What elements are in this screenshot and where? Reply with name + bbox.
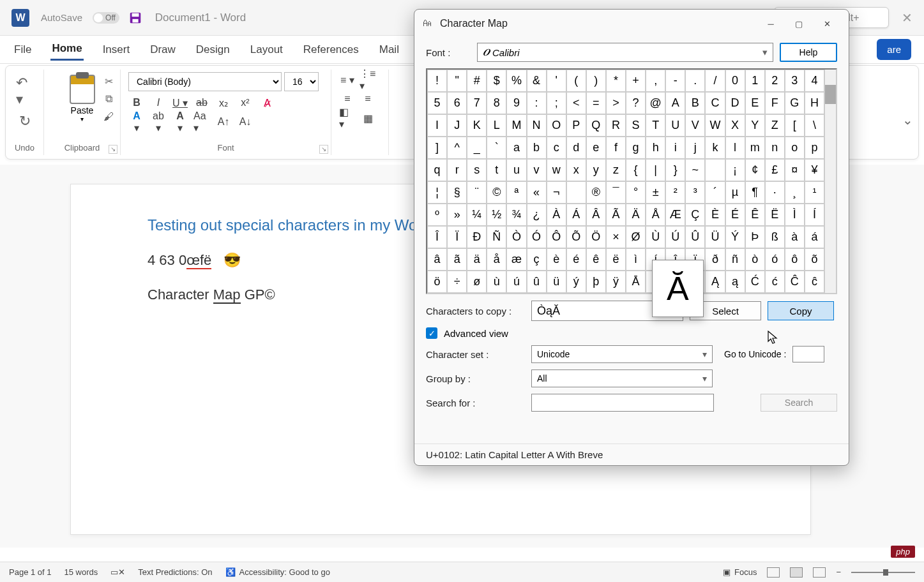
char-cell[interactable]: M [506,114,526,137]
char-cell[interactable]: u [506,159,526,181]
char-cell[interactable]: ý [566,271,586,293]
char-cell[interactable]: « [527,181,547,204]
char-cell[interactable]: K [467,114,487,137]
align-center-button[interactable]: ≡ [360,91,376,107]
char-cell[interactable]: ¼ [467,204,487,226]
grid-scrollbar[interactable] [824,70,836,293]
char-cell[interactable]: Y [745,114,765,137]
char-cell[interactable]: é [566,248,586,271]
char-cell[interactable]: Ø [626,226,646,248]
char-cell[interactable]: w [547,159,566,181]
char-cell[interactable]: ê [586,248,606,271]
char-cell[interactable]: Í [805,204,824,226]
char-cell[interactable]: $ [487,70,506,92]
char-cell[interactable]: ¯ [606,181,626,204]
char-cell[interactable]: d [566,137,586,159]
char-cell[interactable]: ö [427,271,447,293]
close-icon[interactable]: ✕ [813,14,841,33]
italic-button[interactable]: I [150,95,167,110]
char-cell[interactable]: & [527,70,547,92]
char-cell[interactable]: D [725,92,745,114]
web-layout-icon[interactable] [813,567,826,578]
char-cell[interactable]: ì [626,248,646,271]
char-cell[interactable]: t [487,159,506,181]
char-cell[interactable]: | [646,159,665,181]
char-cell[interactable]: ÿ [606,271,626,293]
char-cell[interactable]: v [527,159,547,181]
char-cell[interactable]: ´ [705,181,725,204]
char-cell[interactable]: ¸ [785,181,805,204]
char-cell[interactable]: Ê [745,204,765,226]
tab-mailings[interactable]: Mail [378,40,400,60]
char-cell[interactable]: å [487,248,506,271]
char-cell[interactable]: G [785,92,805,114]
char-cell[interactable]: q [427,159,447,181]
char-cell[interactable]: Â [586,204,606,226]
highlight-button[interactable]: ab▾ [150,114,167,130]
char-cell[interactable]: k [705,137,725,159]
char-cell[interactable]: - [665,70,685,92]
char-cell[interactable]: É [725,204,745,226]
char-cell[interactable]: / [705,70,725,92]
char-cell[interactable]: h [646,137,665,159]
char-cell[interactable]: ~ [685,159,705,181]
copy-button[interactable]: Copy [768,301,834,320]
font-dropdown[interactable]: 𝑶Calibri [477,43,773,62]
underline-button[interactable]: U ▾ [172,95,188,110]
char-cell[interactable]: ¦ [427,181,447,204]
char-cell[interactable]: ? [626,92,646,114]
font-size-select[interactable]: 16 [284,72,319,91]
char-cell[interactable]: Ì [785,204,805,226]
char-cell[interactable]: 6 [447,92,467,114]
char-cell[interactable]: z [606,159,626,181]
char-cell[interactable]: Ú [665,226,685,248]
text-effects-button[interactable]: A▾ [128,114,145,130]
char-cell[interactable]: 8 [487,92,506,114]
borders-button[interactable]: ▦ [360,110,376,126]
char-cell[interactable]: ó [765,248,785,271]
char-cell[interactable]: ø [467,271,487,293]
shading-button[interactable]: ◧ ▾ [339,110,356,126]
char-cell[interactable]: ¡ [725,159,745,181]
char-cell[interactable]: ½ [487,204,506,226]
char-cell[interactable]: H [805,92,824,114]
char-cell[interactable]: ^ [447,137,467,159]
char-cell[interactable]: Ü [705,226,725,248]
font-launcher-icon[interactable]: ↘ [319,145,328,154]
char-cell[interactable]: Ý [725,226,745,248]
char-cell[interactable]: ¶ [745,181,765,204]
char-cell[interactable]: ) [586,70,606,92]
char-cell[interactable]: ª [506,181,526,204]
char-cell[interactable]: A [665,92,685,114]
advanced-view-checkbox[interactable]: ✓ [426,327,437,339]
char-cell[interactable]: ¹ [805,181,824,204]
char-cell[interactable]: § [447,181,467,204]
char-cell[interactable]: Ć [745,271,765,293]
read-mode-icon[interactable] [767,567,780,578]
char-cell[interactable]: r [447,159,467,181]
char-cell[interactable]: ' [547,70,566,92]
char-cell[interactable]: ć [765,271,785,293]
char-cell[interactable]: ¢ [745,159,765,181]
char-cell[interactable]: U [665,114,685,137]
char-cell[interactable]: { [626,159,646,181]
redo-button[interactable]: ↻ [17,110,33,132]
focus-mode[interactable]: ▣ Focus [723,567,757,577]
share-button[interactable]: are [877,39,911,60]
char-cell[interactable]: Ô [547,226,566,248]
char-cell[interactable]: Ā [626,271,646,293]
char-cell[interactable]: Û [685,226,705,248]
char-cell[interactable]: Ï [447,226,467,248]
char-cell[interactable]: ë [606,248,626,271]
char-cell[interactable]: þ [586,271,606,293]
maximize-icon[interactable]: ▢ [785,14,813,33]
undo-button[interactable]: ↶ ▾ [13,72,36,110]
char-cell[interactable]: j [685,137,705,159]
zoom-out-icon[interactable]: − [836,567,841,577]
char-cell[interactable]: : [527,92,547,114]
char-cell[interactable]: l [725,137,745,159]
tab-home[interactable]: Home [50,38,83,61]
char-cell[interactable]: P [566,114,586,137]
char-cell[interactable]: © [487,181,506,204]
char-cell[interactable]: J [447,114,467,137]
